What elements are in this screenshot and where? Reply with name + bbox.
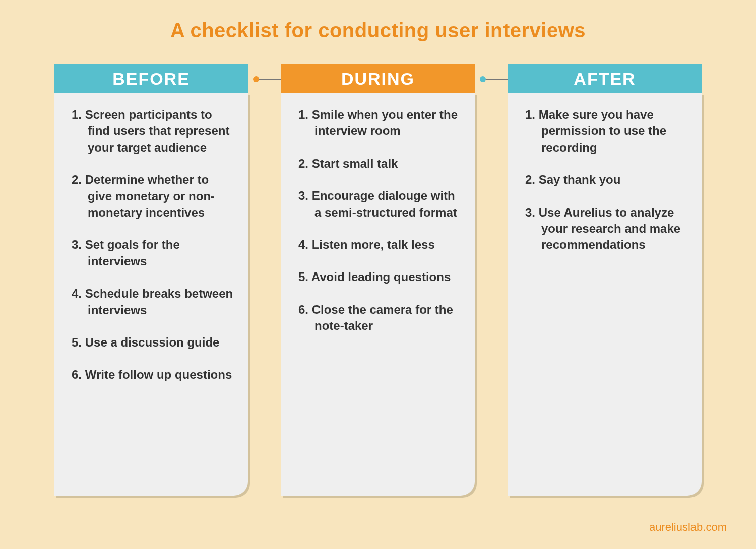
footer-credit: aureliuslab.com bbox=[649, 521, 727, 534]
list-item: Use Aurelius to analyze your research an… bbox=[525, 204, 689, 253]
column-body-before: Screen participants to find users that r… bbox=[54, 93, 248, 496]
list-item: Screen participants to find users that r… bbox=[72, 107, 236, 156]
list-item: Determine whether to give monetary or no… bbox=[72, 172, 236, 221]
list-item: Avoid leading questions bbox=[298, 269, 463, 285]
list-during: Smile when you enter the interview room … bbox=[298, 107, 463, 334]
list-item: Write follow up questions bbox=[72, 367, 236, 383]
list-item: Use a discussion guide bbox=[72, 334, 236, 351]
list-item: Say thank you bbox=[525, 172, 689, 188]
dot-icon bbox=[480, 76, 486, 82]
list-item: Set goals for the interviews bbox=[72, 237, 236, 269]
dot-icon bbox=[253, 76, 259, 82]
column-after: AFTER Make sure you have permission to u… bbox=[508, 64, 702, 496]
page-title: A checklist for conducting user intervie… bbox=[0, 0, 756, 42]
column-during: DURING Smile when you enter the intervie… bbox=[281, 64, 475, 496]
column-before: BEFORE Screen participants to find users… bbox=[54, 64, 248, 496]
list-item: Encourage dialouge with a semi-structure… bbox=[298, 188, 463, 221]
list-before: Screen participants to find users that r… bbox=[72, 107, 236, 383]
list-item: Smile when you enter the interview room bbox=[298, 107, 463, 140]
list-item: Start small talk bbox=[298, 156, 463, 172]
column-header-after: AFTER bbox=[508, 64, 702, 93]
columns-row: BEFORE Screen participants to find users… bbox=[0, 64, 756, 496]
column-body-after: Make sure you have permission to use the… bbox=[508, 93, 702, 496]
list-item: Make sure you have permission to use the… bbox=[525, 107, 689, 156]
list-item: Schedule breaks between interviews bbox=[72, 286, 236, 318]
column-header-during: DURING bbox=[281, 64, 475, 93]
list-item: Close the camera for the note-taker bbox=[298, 302, 463, 334]
list-item: Listen more, talk less bbox=[298, 237, 463, 253]
column-body-during: Smile when you enter the interview room … bbox=[281, 93, 475, 496]
list-after: Make sure you have permission to use the… bbox=[525, 107, 689, 253]
column-header-before: BEFORE bbox=[54, 64, 248, 93]
